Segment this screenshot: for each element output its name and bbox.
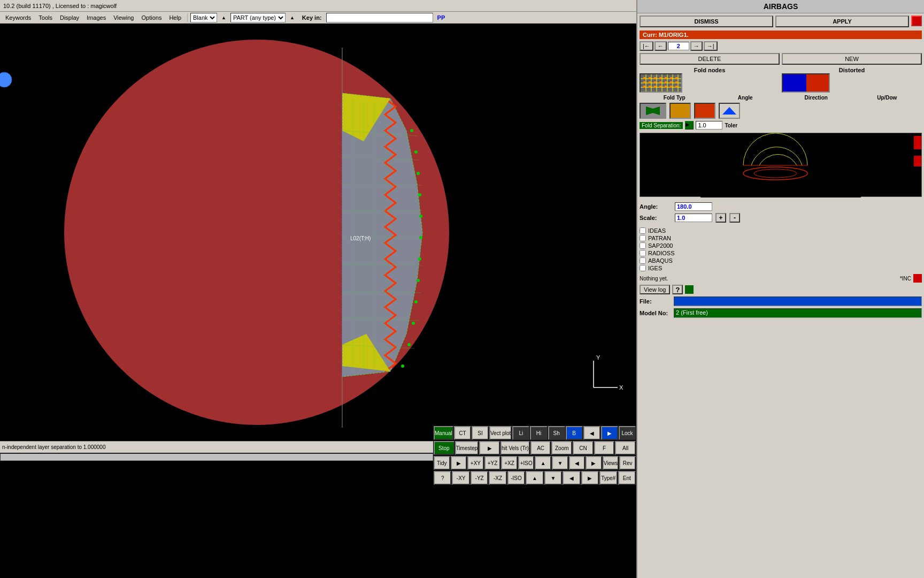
arr-lt-btn[interactable]: ◀ (569, 456, 586, 470)
plus-xz-btn[interactable]: +XZ (501, 456, 518, 470)
menu-display[interactable]: Display (57, 13, 82, 22)
tri-right-btn[interactable]: ▶ (479, 441, 500, 455)
first-nav-btn[interactable]: |← (640, 41, 653, 51)
help-btn[interactable]: ? (672, 285, 683, 294)
menu-tools[interactable]: Tools (35, 13, 56, 22)
patran-checkbox[interactable] (640, 235, 646, 241)
b-btn[interactable]: B (566, 426, 583, 440)
blank-select[interactable]: Blank (190, 13, 217, 22)
minus-xy-btn[interactable]: -XY (452, 471, 469, 485)
hi-btn[interactable]: Hi (530, 426, 547, 440)
vect-plot-btn[interactable]: Vect plot (489, 426, 512, 440)
nav-number-input[interactable] (668, 42, 689, 50)
arr-dn2-btn[interactable]: ▼ (544, 471, 562, 485)
s-label: S (915, 175, 919, 181)
scale-minus-btn[interactable]: - (729, 213, 740, 223)
si-btn[interactable]: SI (472, 426, 489, 440)
type-btn[interactable]: Type# (599, 471, 617, 485)
ac-btn[interactable]: AC (530, 441, 551, 455)
arr-rt-btn[interactable]: ▶ (586, 456, 602, 470)
log-green-btn[interactable] (685, 285, 694, 294)
arrow-left-btn[interactable]: ◀ (583, 426, 600, 440)
radioss-label: RADIOSS (648, 250, 675, 256)
stop-btn[interactable]: Stop (434, 441, 455, 455)
viewport[interactable]: L02(T:H) Y X (0, 24, 636, 441)
plus-xy-btn[interactable]: +XY (467, 456, 484, 470)
ct-btn[interactable]: CT (454, 426, 471, 440)
plus-iso-btn[interactable]: +ISO (518, 456, 535, 470)
svg-point-11 (418, 257, 421, 261)
iges-checkbox[interactable] (640, 265, 646, 271)
minus-yz-btn[interactable]: -YZ (471, 471, 488, 485)
minus-iso-btn[interactable]: -ISO (507, 471, 525, 485)
view-log-btn[interactable]: View log (640, 285, 670, 294)
apply-button[interactable]: APPLY (775, 16, 909, 27)
fold-type-btn[interactable] (640, 103, 666, 119)
sh-btn[interactable]: Sh (548, 426, 565, 440)
keyin-label: Key in: (299, 13, 325, 22)
red-action-btn[interactable] (911, 16, 922, 26)
arr-rt2-btn[interactable]: ▶ (581, 471, 599, 485)
dismiss-button[interactable]: DISMISS (640, 16, 773, 27)
part-select[interactable]: PART (any type) (230, 13, 286, 22)
lock-btn[interactable]: Lock (619, 426, 636, 440)
ctrl-row1: Manual CT SI Vect plot Li Hi Sh B ◀ ▶ Lo… (433, 425, 636, 440)
keyin-input[interactable] (326, 13, 433, 22)
help3-btn[interactable]: ? (434, 471, 451, 485)
cn-btn[interactable]: CN (573, 441, 594, 455)
radioss-checkbox[interactable] (640, 250, 646, 256)
menu-viewing[interactable]: Viewing (110, 13, 137, 22)
new-button[interactable]: NEW (782, 53, 922, 65)
manual-btn[interactable]: Manual (434, 426, 453, 440)
arr-lt2-btn[interactable]: ◀ (563, 471, 580, 485)
angle-scale-section: Angle: Scale: + - (637, 199, 924, 226)
menu-help[interactable]: Help (166, 13, 184, 22)
timestep-btn[interactable]: Timestep (455, 441, 479, 455)
viewlog-row2: View log ? (637, 284, 924, 295)
horizontal-scrollbar[interactable] (0, 453, 433, 461)
direction-btn[interactable] (694, 103, 715, 119)
hit-vels-btn[interactable]: hit Vels (Tr) (500, 441, 530, 455)
prev-nav-btn[interactable]: ← (654, 41, 667, 51)
log-red-btn[interactable] (913, 274, 922, 283)
scale-input[interactable] (675, 214, 712, 222)
menu-images[interactable]: Images (83, 13, 109, 22)
updown-icon (720, 104, 739, 118)
li-btn[interactable]: Li (512, 426, 529, 440)
menu-tri: ▲ (218, 14, 229, 21)
zoom-btn[interactable]: Zoom (551, 441, 572, 455)
scale-plus-btn[interactable]: + (715, 213, 726, 223)
fold-nodes-box[interactable] (640, 73, 682, 93)
rev-btn[interactable]: Rev (619, 456, 636, 470)
angle-btn[interactable] (669, 103, 691, 119)
delete-button[interactable]: DELETE (640, 53, 780, 65)
fold-sep-arrow[interactable]: ▶ (685, 121, 694, 130)
angle-input[interactable] (675, 202, 712, 211)
svg-rect-50 (649, 77, 651, 79)
distorted-box[interactable] (782, 73, 830, 93)
distorted-blue (783, 74, 806, 92)
updown-btn[interactable] (719, 103, 740, 119)
ent-btn[interactable]: Ent (618, 471, 636, 485)
minus-xz-btn[interactable]: -XZ (489, 471, 506, 485)
arrow-right-btn[interactable]: ▶ (601, 426, 618, 440)
tidy-btn[interactable]: Tidy (434, 456, 450, 470)
menu-options[interactable]: Options (138, 13, 165, 22)
views-btn[interactable]: Views (603, 456, 619, 470)
arr-up-btn[interactable]: ▲ (535, 456, 551, 470)
svg-point-8 (418, 193, 421, 196)
next-nav-btn[interactable]: → (690, 41, 703, 51)
arr-up2-btn[interactable]: ▲ (526, 471, 543, 485)
sap2000-checkbox[interactable] (640, 242, 646, 249)
ideas-checkbox[interactable] (640, 227, 646, 234)
tri-right2-btn[interactable]: ▶ (451, 456, 467, 470)
abaqus-checkbox[interactable] (640, 257, 646, 264)
all-btn[interactable]: All (615, 441, 636, 455)
menu-keywords[interactable]: Keywords (2, 13, 34, 22)
f-btn[interactable]: F (594, 441, 615, 455)
plus-yz-btn[interactable]: +YZ (484, 456, 501, 470)
arr-dn-btn[interactable]: ▼ (552, 456, 568, 470)
svg-rect-66 (659, 86, 661, 88)
fold-sep-input[interactable] (696, 121, 722, 130)
last-nav-btn[interactable]: →| (704, 41, 718, 51)
